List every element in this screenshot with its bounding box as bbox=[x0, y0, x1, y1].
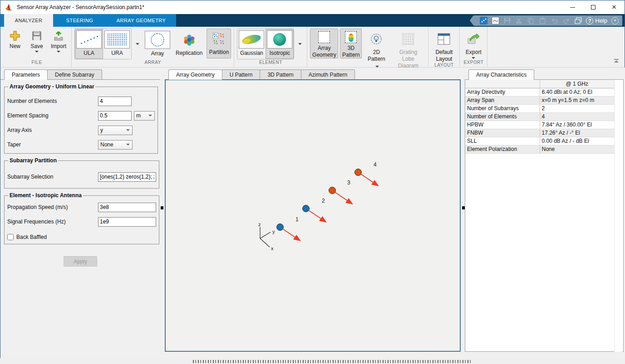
chevron-down-icon bbox=[126, 144, 130, 146]
ula-button[interactable]: ULA bbox=[75, 29, 103, 59]
table-row: Number of Subarrays2 bbox=[465, 104, 614, 112]
close-icon: × bbox=[612, 5, 616, 10]
spacing-unit-dropdown[interactable]: m bbox=[134, 111, 155, 121]
num-elements-input[interactable] bbox=[98, 97, 132, 106]
replication-button[interactable]: Replication bbox=[173, 29, 205, 57]
tab-parameters[interactable]: Parameters bbox=[4, 69, 48, 80]
back-baffled-checkbox[interactable] bbox=[7, 234, 14, 240]
import-button[interactable]: Import bbox=[49, 29, 69, 53]
taper-dropdown[interactable]: None bbox=[98, 140, 133, 150]
app-window: Sensor Array Analyzer - SensorArraySessi… bbox=[0, 0, 625, 358]
gaussian-icon bbox=[239, 30, 264, 49]
pattern-3d-icon bbox=[345, 30, 357, 44]
array-element-marker bbox=[277, 224, 284, 231]
spacing-input[interactable] bbox=[98, 111, 132, 121]
tab-azimuth-pattern[interactable]: Azimuth Pattern bbox=[301, 69, 355, 80]
chevron-down-icon bbox=[148, 115, 152, 116]
left-splitter-handle[interactable] bbox=[161, 206, 163, 209]
export-icon bbox=[467, 30, 480, 48]
qat-cut-icon[interactable] bbox=[515, 17, 523, 24]
signal-frequencies-input[interactable] bbox=[98, 217, 156, 227]
titlebar: Sensor Array Analyzer - SensorArraySessi… bbox=[0, 0, 625, 14]
propagation-speed-input[interactable] bbox=[98, 203, 156, 212]
ura-button[interactable]: URA bbox=[103, 29, 131, 59]
subarray-selection-input[interactable] bbox=[98, 172, 156, 182]
quick-access-toolbar: ? Help ▼ bbox=[473, 15, 622, 26]
table-row: FNBW17.26° Az / -° El bbox=[465, 129, 614, 137]
isotropic-button[interactable]: Isotropic bbox=[266, 29, 294, 59]
partition-button[interactable]: Partition bbox=[207, 29, 231, 58]
scrollbar-gutter bbox=[614, 80, 622, 352]
group-subarray-partition: Subarray Partition Subarray Selection bbox=[4, 157, 159, 189]
section-file: New Save Import FILE bbox=[0, 27, 72, 67]
element-number-label: 2 bbox=[322, 198, 325, 204]
qat-copy-icon[interactable] bbox=[527, 17, 535, 24]
qat-save-icon[interactable] bbox=[503, 17, 511, 24]
spacing-label: Element Spacing bbox=[7, 112, 98, 119]
section-layout: Default Layout LAYOUT bbox=[428, 27, 460, 67]
grating-lobe-button: Grating Lobe Diagram bbox=[391, 29, 425, 69]
qat-dropdown-icon[interactable]: ▼ bbox=[611, 17, 619, 24]
qat-paste-icon[interactable] bbox=[539, 17, 546, 24]
chevron-down-icon bbox=[136, 43, 139, 45]
array-element-marker bbox=[303, 205, 310, 212]
tab-array-characteristics[interactable]: Array Characteristics bbox=[468, 69, 534, 80]
help-label: Help bbox=[595, 17, 607, 24]
parameters-panel: Array Geometry - Uniform Linear Number o… bbox=[0, 79, 160, 359]
frequency-column-header: @ 1 GHz bbox=[540, 80, 614, 88]
back-baffled-label: Back Baffled bbox=[16, 234, 47, 240]
default-layout-icon bbox=[438, 30, 450, 48]
array-geometry-plot-icon bbox=[318, 30, 330, 44]
pattern-3d-button[interactable]: 3D Pattern bbox=[340, 29, 362, 58]
default-layout-button[interactable]: Default Layout bbox=[431, 29, 457, 63]
main-area: Parameters Define Subarray Array Geometr… bbox=[0, 68, 625, 359]
background-window-strip bbox=[0, 358, 625, 364]
array-geometry-plot-button[interactable]: Array Geometry bbox=[310, 29, 338, 58]
apply-button[interactable]: Apply bbox=[64, 256, 97, 267]
chevron-down-icon bbox=[298, 43, 302, 45]
ribbon-tab-array-geometry[interactable]: ARRAY GEOMETRY bbox=[106, 14, 176, 27]
export-button[interactable]: Export bbox=[463, 29, 484, 59]
gaussian-button[interactable]: Gaussian bbox=[237, 29, 266, 59]
replication-icon bbox=[182, 31, 196, 49]
tab-3d-pattern[interactable]: 3D Pattern bbox=[260, 69, 301, 80]
ribbon-tab-analyzer[interactable]: ANALYZER bbox=[4, 14, 53, 27]
section-element: Gaussian Isotropic ELEMENT bbox=[234, 27, 307, 67]
group-element-isotropic: Element - Isotropic Antenna Propagation … bbox=[4, 192, 159, 244]
table-row: HPBW7.84° Az / 360.00° El bbox=[465, 121, 614, 129]
help-button[interactable]: ? Help bbox=[586, 17, 607, 24]
qat-app-icon[interactable] bbox=[480, 17, 487, 24]
qat-plot-icon[interactable] bbox=[492, 17, 499, 24]
qat-redo-icon[interactable] bbox=[562, 17, 570, 24]
close-button[interactable]: × bbox=[604, 0, 625, 14]
isotropic-icon bbox=[267, 30, 292, 49]
element-type-dropdown[interactable] bbox=[296, 29, 304, 59]
tab-define-subarray[interactable]: Define Subarray bbox=[47, 69, 102, 80]
array-characteristics-table: @ 1 GHz Array Directivity6.40 dBi at 0 A… bbox=[465, 80, 614, 154]
maximize-button[interactable] bbox=[583, 0, 604, 14]
array-button[interactable]: Array bbox=[143, 29, 172, 57]
collapse-ribbon-button[interactable] bbox=[613, 59, 620, 64]
ribbon-tab-steering[interactable]: STEERING bbox=[53, 14, 106, 27]
qat-window-layout-icon[interactable] bbox=[574, 17, 582, 24]
save-button[interactable]: Save bbox=[27, 29, 47, 53]
qat-undo-icon[interactable] bbox=[551, 17, 558, 24]
tab-u-pattern[interactable]: U Pattern bbox=[222, 69, 261, 80]
pattern-2d-button[interactable]: 2D Pattern bbox=[364, 29, 389, 69]
partition-icon bbox=[212, 30, 226, 48]
array-type-group: ULA URA bbox=[74, 29, 132, 59]
tab-array-geometry[interactable]: Array Geometry bbox=[168, 69, 222, 80]
ura-icon bbox=[104, 30, 130, 49]
x-axis-label: x bbox=[271, 246, 274, 251]
subarray-selection-label: Subarray Selection bbox=[7, 174, 98, 180]
new-button[interactable]: New bbox=[5, 29, 25, 49]
help-icon: ? bbox=[586, 17, 593, 24]
table-row: SLL0.00 dB Az / - dB El bbox=[465, 137, 614, 145]
array-axis-dropdown[interactable]: y bbox=[98, 126, 133, 135]
array-element-marker bbox=[355, 169, 362, 176]
num-elements-label: Number of Elements bbox=[7, 98, 98, 104]
array-geometry-plot[interactable]: z y x 1234 bbox=[165, 79, 461, 352]
ribbon-tabstrip: ANALYZER STEERING ARRAY GEOMETRY ? Help … bbox=[0, 14, 625, 27]
minimize-button[interactable] bbox=[562, 0, 583, 14]
array-type-dropdown[interactable] bbox=[133, 29, 142, 59]
